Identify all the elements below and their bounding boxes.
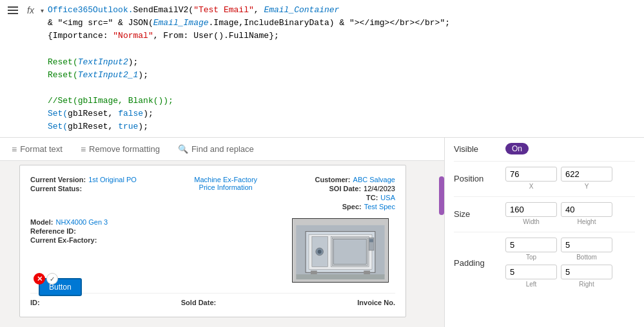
id-label: ID: — [30, 299, 40, 306]
formula-content[interactable]: Office365Outlook.SendEmailV2("Test Email… — [44, 3, 639, 135]
right-panel: Visible On Position X Y — [444, 138, 644, 327]
doc-right-col — [292, 218, 395, 283]
visible-label: Visible — [454, 144, 505, 154]
size-values: Width Height — [505, 202, 635, 225]
soi-date-label: SOI Date: — [329, 185, 362, 192]
confirm-button[interactable]: ✓ — [46, 273, 58, 285]
padding-values: Top Bottom Left — [505, 238, 612, 288]
doc-sold-date-field: Sold Date: — [181, 299, 216, 306]
customer-value: ABC Salvage — [353, 176, 395, 183]
visible-toggle[interactable]: On — [505, 143, 529, 154]
doc-middle: Model: NHX4000 Gen 3 Reference ID: Curre… — [30, 218, 395, 283]
padding-top-input[interactable] — [505, 238, 557, 252]
size-label: Size — [454, 209, 505, 219]
doc-header-right: Customer: ABC Salvage SOI Date: 12/4/202… — [315, 176, 395, 212]
spec-label: Spec: — [342, 203, 362, 210]
padding-bottom-input[interactable] — [561, 238, 612, 252]
padding-left-input[interactable] — [505, 265, 557, 279]
toolbar-strip: ≡ Format text ≡ Remove formatting 🔍 Find… — [0, 138, 444, 161]
properties-section: Visible On Position X Y — [445, 138, 644, 299]
remove-button[interactable]: ✕ — [34, 273, 45, 285]
remove-formatting-label: Remove formatting — [89, 144, 160, 154]
current-version-label: Current Version: — [30, 176, 86, 183]
size-row: Size Width Height — [454, 202, 635, 225]
current-status-label: Current Status: — [30, 185, 82, 192]
spec-value: Test Spec — [364, 203, 395, 210]
padding-left-right: Left Right — [505, 265, 612, 288]
padding-row: Padding Top Bottom — [454, 238, 635, 288]
canvas-area: ≡ Format text ≡ Remove formatting 🔍 Find… — [0, 138, 444, 327]
machine-link[interactable]: Machine Ex-Factory — [194, 176, 257, 183]
doc-invoice-field: Invoice No. — [357, 299, 395, 306]
fx-label: fx — [24, 5, 37, 15]
padding-left-sublabel: Left — [526, 281, 537, 288]
sold-date-label: Sold Date: — [181, 299, 216, 306]
model-value: NHX4000 Gen 3 — [55, 218, 108, 226]
machine-image — [292, 218, 389, 283]
svg-rect-7 — [333, 239, 366, 265]
position-values: X Y — [505, 167, 635, 190]
position-x-group: X — [505, 167, 557, 190]
padding-left-group: Left — [505, 265, 557, 288]
machine-image-svg — [293, 219, 388, 282]
customer-label: Customer: — [315, 176, 351, 183]
position-label: Position — [454, 174, 505, 183]
doc-header-left: Current Version: 1st Original PO Current… — [30, 176, 137, 212]
padding-bottom-group: Bottom — [561, 238, 612, 261]
scrollbar-indicator[interactable] — [439, 176, 444, 215]
doc-id-field: ID: — [30, 299, 40, 306]
svg-point-14 — [318, 250, 322, 254]
ref-id-label: Reference ID: — [30, 227, 76, 235]
position-x-input[interactable] — [505, 167, 557, 182]
svg-rect-12 — [296, 275, 384, 280]
size-width-input[interactable] — [505, 202, 557, 217]
doc-header: Current Version: 1st Original PO Current… — [30, 176, 395, 212]
doc-bottom: ID: Sold Date: Invoice No. — [30, 293, 395, 306]
formula-bar: fx ▾ Office365Outlook.SendEmailV2("Test … — [0, 0, 644, 138]
padding-top-group: Top — [505, 238, 557, 261]
remove-formatting-button[interactable]: ≡ Remove formatting — [77, 142, 164, 157]
padding-top-sublabel: Top — [526, 254, 536, 261]
current-ex-factory-label: Current Ex-Factory: — [30, 236, 97, 244]
doc-header-center: Machine Ex-Factory Price Information — [194, 176, 257, 212]
soi-date-value: 12/4/2023 — [364, 185, 395, 192]
padding-right-sublabel: Right — [579, 281, 594, 288]
size-width-group: Width — [505, 202, 557, 225]
tc-value: USA — [380, 194, 395, 201]
position-y-group: Y — [561, 167, 612, 190]
find-replace-button[interactable]: 🔍 Find and replace — [174, 142, 258, 156]
price-info-link[interactable]: Price Information — [194, 183, 257, 191]
formula-bar-controls: fx ▾ — [5, 3, 44, 17]
visible-values: On — [505, 143, 635, 154]
find-replace-label: Find and replace — [191, 144, 254, 154]
remove-formatting-icon: ≡ — [81, 144, 86, 154]
find-icon: 🔍 — [178, 144, 188, 154]
padding-label: Padding — [454, 258, 505, 268]
format-text-label: Format text — [20, 144, 63, 154]
invoice-no-label: Invoice No. — [357, 299, 395, 306]
size-height-input[interactable] — [561, 202, 612, 217]
doc-left-col: Model: NHX4000 Gen 3 Reference ID: Curre… — [30, 218, 282, 283]
main-area: ≡ Format text ≡ Remove formatting 🔍 Find… — [0, 138, 644, 327]
format-text-icon: ≡ — [12, 144, 17, 154]
svg-rect-10 — [311, 271, 317, 275]
position-x-sublabel: X — [529, 183, 534, 190]
visible-row: Visible On — [454, 143, 635, 154]
format-text-button[interactable]: ≡ Format text — [8, 142, 66, 157]
size-height-sublabel: Height — [578, 218, 596, 225]
tc-label: TC: — [366, 194, 378, 201]
svg-rect-11 — [364, 271, 370, 275]
size-height-group: Height — [561, 202, 612, 225]
position-row: Position X Y — [454, 167, 635, 190]
main-button[interactable]: Button — [39, 278, 82, 296]
position-y-input[interactable] — [561, 167, 612, 182]
padding-bottom-sublabel: Bottom — [576, 254, 597, 261]
svg-rect-9 — [369, 239, 373, 243]
position-y-sublabel: Y — [585, 183, 589, 190]
canvas-button-container: ✕ ✓ Button — [39, 278, 82, 296]
padding-right-group: Right — [561, 265, 612, 288]
padding-top-bottom: Top Bottom — [505, 238, 612, 261]
hamburger-icon[interactable] — [5, 4, 21, 17]
current-version-value: 1st Original PO — [88, 176, 137, 183]
padding-right-input[interactable] — [561, 265, 612, 279]
